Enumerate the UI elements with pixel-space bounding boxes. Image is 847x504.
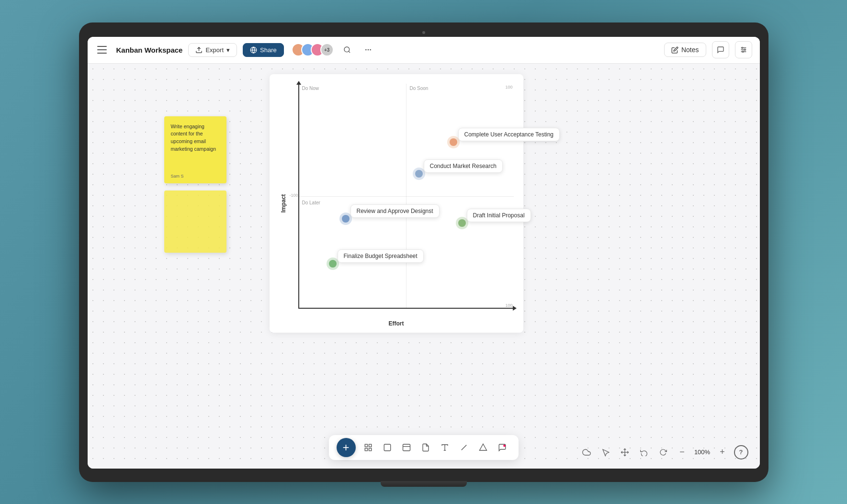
bubble-icon	[498, 443, 507, 452]
label-proposal: Draft Initial Proposal	[467, 209, 531, 222]
triangle-tool-button[interactable]	[474, 439, 492, 456]
svg-point-4	[368, 49, 368, 50]
notes-edit-icon	[671, 46, 678, 54]
x-axis-label: Effort	[389, 320, 404, 327]
screen: Kanban Workspace Export ▾ Share +3	[88, 37, 760, 469]
tick-100-right: 100	[505, 303, 512, 308]
label-design: Review and Approve Designst	[350, 204, 440, 218]
label-do-later: Do Later	[302, 200, 320, 205]
line-tool-button[interactable]	[455, 439, 473, 456]
avatar-group: +3	[292, 43, 334, 56]
sticky-note-1[interactable]: Write engaging content for the upcoming …	[164, 116, 226, 183]
svg-point-10	[742, 47, 743, 49]
globe-icon	[250, 46, 257, 54]
search-icon	[343, 46, 351, 54]
svg-point-11	[744, 49, 745, 51]
svg-rect-15	[369, 448, 371, 450]
horizontal-divider	[298, 196, 514, 197]
note-icon	[421, 443, 430, 452]
help-button[interactable]: ?	[734, 445, 748, 459]
note-1-text: Write engaging content for the upcoming …	[171, 123, 220, 153]
laptop-shell: Kanban Workspace Export ▾ Share +3	[79, 22, 768, 482]
chat-icon	[717, 46, 724, 54]
workspace-title: Kanban Workspace	[116, 46, 183, 54]
triangle-icon	[479, 443, 487, 452]
chat-button[interactable]	[712, 41, 729, 58]
zoom-out-button[interactable]: −	[675, 445, 690, 460]
menu-button[interactable]	[95, 42, 111, 57]
sticky-note-2[interactable]	[164, 190, 226, 253]
sliders-icon	[740, 46, 747, 54]
zoom-in-icon: +	[720, 447, 725, 457]
svg-rect-18	[403, 444, 410, 451]
notes-button[interactable]: Notes	[664, 43, 706, 57]
add-icon: +	[342, 441, 349, 454]
svg-rect-14	[369, 444, 371, 447]
rect-tool-button[interactable]	[379, 439, 396, 456]
more-button[interactable]	[361, 42, 376, 57]
label-do-soon: Do Soon	[410, 86, 429, 91]
move-icon	[621, 448, 629, 457]
cloud-button[interactable]	[579, 445, 594, 460]
svg-point-24	[503, 445, 506, 447]
svg-point-3	[344, 47, 350, 52]
move-button[interactable]	[617, 445, 632, 460]
add-button[interactable]: +	[337, 438, 356, 457]
panel-icon	[402, 443, 411, 452]
cloud-icon	[582, 448, 591, 457]
text-tool-button[interactable]	[436, 439, 453, 456]
export-icon	[195, 46, 203, 54]
avatar-overflow: +3	[320, 43, 334, 56]
chart-inner: Effort Impact Do Now Do Soon Do Later 10…	[270, 74, 523, 333]
export-chevron-icon: ▾	[226, 46, 230, 54]
settings-button[interactable]	[735, 41, 752, 58]
bottom-toolbar: +	[329, 435, 519, 460]
svg-rect-17	[384, 444, 391, 451]
help-icon: ?	[739, 448, 743, 456]
header-bar: Kanban Workspace Export ▾ Share +3	[88, 37, 760, 64]
export-button[interactable]: Export ▾	[188, 43, 237, 57]
bottom-right-controls: − 100% + ?	[579, 445, 748, 460]
label-uat: Complete User Acceptance Testing	[458, 128, 560, 141]
text-icon	[440, 443, 449, 452]
canvas-area[interactable]: Write engaging content for the upcoming …	[88, 64, 760, 469]
note-1-author: Sam S	[171, 174, 184, 179]
quadrant-chart[interactable]: Effort Impact Do Now Do Soon Do Later 10…	[270, 74, 523, 333]
bubble-tool-button[interactable]	[494, 439, 511, 456]
svg-point-12	[742, 51, 744, 53]
line-icon	[460, 443, 468, 452]
svg-point-6	[365, 49, 366, 50]
y-axis-label: Impact	[280, 194, 287, 213]
zoom-level: 100%	[694, 448, 711, 456]
grid-icon	[364, 443, 373, 452]
svg-point-5	[370, 49, 371, 50]
tick-100-top: 100	[505, 85, 512, 90]
laptop-base	[381, 481, 467, 487]
share-button[interactable]: Share	[243, 43, 284, 57]
svg-line-22	[461, 445, 466, 450]
grid-tool-button[interactable]	[360, 439, 377, 456]
redo-button[interactable]	[655, 445, 671, 460]
pointer-button[interactable]	[598, 445, 613, 460]
rect-icon	[383, 443, 392, 452]
pointer-icon	[601, 448, 610, 457]
camera	[422, 31, 425, 34]
undo-icon	[640, 448, 648, 456]
more-icon	[364, 46, 372, 54]
label-budget: Finalize Budget Spreadsheet	[338, 249, 424, 263]
zoom-in-button[interactable]: +	[715, 445, 730, 460]
undo-button[interactable]	[636, 445, 652, 460]
search-button[interactable]	[339, 42, 355, 57]
note-tool-button[interactable]	[417, 439, 434, 456]
svg-rect-16	[365, 448, 367, 450]
zoom-out-icon: −	[679, 447, 685, 457]
label-do-now: Do Now	[302, 86, 319, 91]
label-market: Conduct Market Research	[424, 159, 503, 173]
redo-icon	[659, 448, 667, 456]
svg-rect-13	[365, 444, 367, 447]
panel-tool-button[interactable]	[398, 439, 415, 456]
svg-marker-23	[479, 444, 486, 450]
tick-neg100: -100	[290, 193, 298, 198]
